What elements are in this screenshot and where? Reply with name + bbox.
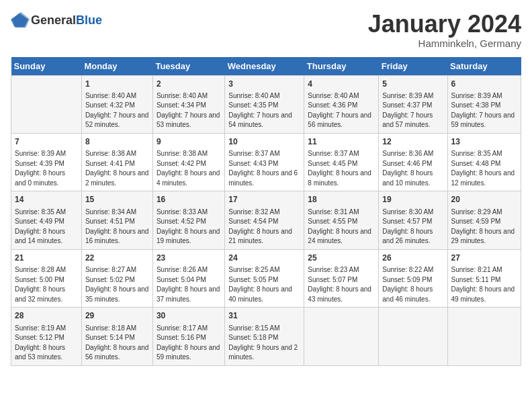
calendar-cell: 10Sunrise: 8:37 AMSunset: 4:43 PMDayligh…: [225, 133, 304, 191]
cell-info-text: Sunset: 4:32 PM: [85, 101, 149, 111]
day-header-thursday: Thursday: [304, 57, 379, 76]
cell-info-text: Daylight: 8 hours and 26 minutes.: [382, 227, 443, 246]
header: GeneralBlue January 2024 Hamminkeln, Ger…: [11, 11, 521, 49]
cell-info-text: Sunset: 5:00 PM: [15, 275, 78, 285]
day-number: 24: [228, 253, 300, 264]
cell-info-text: Sunrise: 8:19 AM: [15, 324, 78, 334]
day-number: 4: [308, 79, 375, 90]
calendar-cell: [11, 75, 82, 133]
calendar-cell: 13Sunrise: 8:35 AMSunset: 4:48 PMDayligh…: [447, 133, 521, 191]
day-number: 18: [308, 194, 375, 205]
calendar-cell: 28Sunrise: 8:19 AMSunset: 5:12 PMDayligh…: [11, 308, 82, 365]
day-header-monday: Monday: [81, 57, 152, 76]
calendar-cell: [447, 308, 521, 365]
cell-info-text: Sunrise: 8:38 AM: [85, 149, 149, 159]
cell-info-text: Daylight: 8 hours and 21 minutes.: [228, 227, 300, 246]
calendar-week-row: 28Sunrise: 8:19 AMSunset: 5:12 PMDayligh…: [11, 308, 521, 365]
cell-info-text: Sunrise: 8:32 AM: [228, 208, 300, 218]
day-number: 21: [15, 253, 78, 264]
calendar-cell: 25Sunrise: 8:23 AMSunset: 5:07 PMDayligh…: [304, 249, 379, 307]
calendar-cell: 6Sunrise: 8:39 AMSunset: 4:38 PMDaylight…: [447, 75, 521, 133]
cell-info-text: Sunrise: 8:30 AM: [382, 208, 443, 218]
cell-info-text: Daylight: 8 hours and 10 minutes.: [382, 169, 443, 188]
cell-info-text: Daylight: 7 hours and 57 minutes.: [382, 111, 443, 130]
day-number: 3: [228, 79, 300, 90]
cell-info-text: Sunrise: 8:17 AM: [157, 324, 221, 334]
cell-info-text: Sunrise: 8:22 AM: [382, 265, 443, 275]
cell-info-text: Sunset: 4:46 PM: [382, 159, 443, 169]
cell-info-text: Sunrise: 8:31 AM: [308, 208, 375, 218]
cell-info-text: Sunrise: 8:40 AM: [228, 91, 300, 101]
calendar-cell: 20Sunrise: 8:29 AMSunset: 4:59 PMDayligh…: [447, 191, 521, 249]
cell-info-text: Daylight: 8 hours and 49 minutes.: [451, 285, 517, 304]
calendar-cell: 29Sunrise: 8:18 AMSunset: 5:14 PMDayligh…: [81, 308, 152, 365]
calendar-cell: 3Sunrise: 8:40 AMSunset: 4:35 PMDaylight…: [225, 75, 304, 133]
cell-info-text: Sunrise: 8:40 AM: [85, 91, 149, 101]
cell-info-text: Daylight: 8 hours and 32 minutes.: [15, 285, 78, 304]
cell-info-text: Sunset: 4:52 PM: [157, 217, 221, 227]
cell-info-text: Daylight: 8 hours and 19 minutes.: [157, 227, 221, 246]
calendar-cell: 23Sunrise: 8:26 AMSunset: 5:04 PMDayligh…: [152, 249, 224, 307]
cell-info-text: Sunset: 4:54 PM: [228, 217, 300, 227]
cell-info-text: Sunrise: 8:27 AM: [85, 265, 149, 275]
day-number: 9: [157, 136, 221, 148]
day-number: 10: [228, 136, 300, 148]
calendar-cell: 7Sunrise: 8:39 AMSunset: 4:39 PMDaylight…: [11, 133, 82, 191]
cell-info-text: Sunset: 4:49 PM: [15, 217, 78, 227]
cell-info-text: Sunrise: 8:39 AM: [382, 91, 443, 101]
day-number: 2: [157, 79, 221, 90]
cell-info-text: Sunset: 5:07 PM: [308, 275, 375, 285]
cell-info-text: Sunset: 5:05 PM: [228, 275, 300, 285]
cell-info-text: Sunrise: 8:37 AM: [228, 149, 300, 159]
location-title: Hamminkeln, Germany: [368, 38, 521, 49]
calendar-cell: 14Sunrise: 8:35 AMSunset: 4:49 PMDayligh…: [11, 191, 82, 249]
cell-info-text: Sunset: 4:45 PM: [308, 159, 375, 169]
calendar-cell: 30Sunrise: 8:17 AMSunset: 5:16 PMDayligh…: [152, 308, 224, 365]
cell-info-text: Sunset: 5:12 PM: [15, 333, 78, 343]
month-title: January 2024: [368, 11, 521, 38]
calendar-cell: 27Sunrise: 8:21 AMSunset: 5:11 PMDayligh…: [447, 249, 521, 307]
calendar-week-row: 1Sunrise: 8:40 AMSunset: 4:32 PMDaylight…: [11, 75, 521, 133]
cell-info-text: Sunset: 4:57 PM: [382, 217, 443, 227]
cell-info-text: Sunset: 4:42 PM: [157, 159, 221, 169]
calendar-table: SundayMondayTuesdayWednesdayThursdayFrid…: [11, 57, 521, 366]
cell-info-text: Sunset: 4:39 PM: [15, 159, 78, 169]
cell-info-text: Sunset: 4:37 PM: [382, 101, 443, 111]
calendar-week-row: 21Sunrise: 8:28 AMSunset: 5:00 PMDayligh…: [11, 249, 521, 307]
day-number: 26: [382, 253, 443, 264]
cell-info-text: Daylight: 9 hours and 2 minutes.: [228, 343, 300, 363]
calendar-cell: 31Sunrise: 8:15 AMSunset: 5:18 PMDayligh…: [225, 308, 304, 365]
cell-info-text: Daylight: 7 hours and 52 minutes.: [85, 111, 149, 130]
cell-info-text: Sunrise: 8:35 AM: [451, 149, 517, 159]
cell-info-text: Sunset: 5:16 PM: [157, 333, 221, 343]
day-header-friday: Friday: [379, 57, 447, 76]
cell-info-text: Sunrise: 8:39 AM: [15, 149, 78, 159]
day-number: 8: [85, 136, 149, 148]
cell-info-text: Daylight: 8 hours and 29 minutes.: [451, 227, 517, 246]
day-number: 22: [85, 253, 149, 264]
cell-info-text: Daylight: 8 hours and 35 minutes.: [85, 285, 149, 304]
title-area: January 2024 Hamminkeln, Germany: [368, 11, 521, 49]
cell-info-text: Sunset: 4:38 PM: [451, 101, 517, 111]
calendar-cell: [304, 308, 379, 365]
calendar-cell: 22Sunrise: 8:27 AMSunset: 5:02 PMDayligh…: [81, 249, 152, 307]
cell-info-text: Sunrise: 8:18 AM: [85, 324, 149, 334]
day-number: 12: [382, 136, 443, 148]
day-number: 6: [451, 79, 517, 90]
cell-info-text: Sunrise: 8:29 AM: [451, 208, 517, 218]
cell-info-text: Daylight: 8 hours and 0 minutes.: [15, 169, 78, 188]
calendar-week-row: 7Sunrise: 8:39 AMSunset: 4:39 PMDaylight…: [11, 133, 521, 191]
day-number: 31: [228, 310, 300, 322]
logo: GeneralBlue: [11, 11, 102, 30]
day-number: 19: [382, 194, 443, 205]
day-number: 27: [451, 253, 517, 264]
cell-info-text: Daylight: 8 hours and 24 minutes.: [308, 227, 375, 246]
calendar-cell: 9Sunrise: 8:38 AMSunset: 4:42 PMDaylight…: [152, 133, 224, 191]
cell-info-text: Sunset: 5:02 PM: [85, 275, 149, 285]
cell-info-text: Sunset: 4:55 PM: [308, 217, 375, 227]
calendar-cell: 4Sunrise: 8:40 AMSunset: 4:36 PMDaylight…: [304, 75, 379, 133]
cell-info-text: Daylight: 8 hours and 14 minutes.: [15, 227, 78, 246]
cell-info-text: Daylight: 7 hours and 53 minutes.: [157, 111, 221, 130]
day-number: 16: [157, 194, 221, 205]
cell-info-text: Sunset: 5:18 PM: [228, 333, 300, 343]
